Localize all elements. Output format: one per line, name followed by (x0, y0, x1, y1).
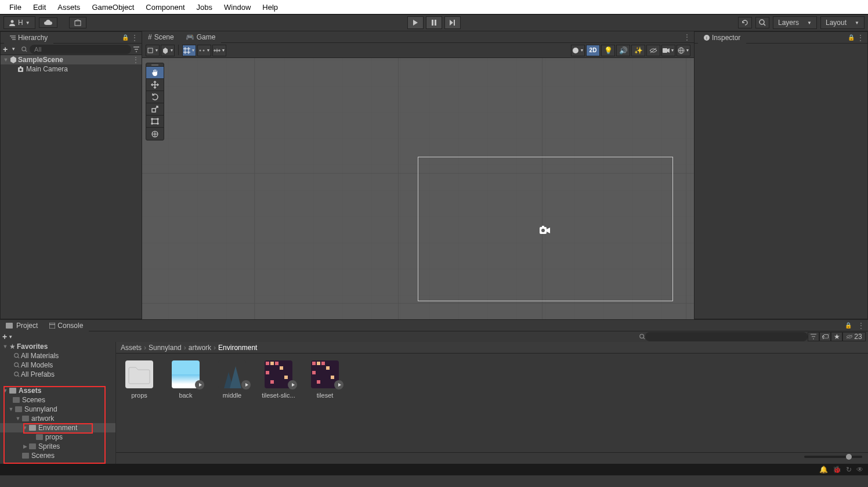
menu-gameobject[interactable]: GameObject (86, 1, 140, 14)
layers-dropdown[interactable]: Layers▼ (773, 16, 817, 29)
lock-icon[interactable]: 🔒 (122, 34, 129, 41)
camera-gizmo-icon[interactable] (540, 226, 550, 234)
breadcrumb-environment[interactable]: Environment (218, 344, 257, 352)
rect-tool[interactable] (146, 116, 164, 128)
pause-button[interactable] (426, 16, 442, 29)
folder-icon (36, 434, 43, 440)
snap-increment-button[interactable]: ▼ (197, 45, 211, 56)
sprites-folder[interactable]: ▶Sprites (0, 442, 115, 451)
menu-window[interactable]: Window (218, 1, 256, 14)
menu-component[interactable]: Component (140, 1, 190, 14)
breadcrumb-assets[interactable]: Assets (121, 344, 142, 352)
scale-tool[interactable] (146, 103, 164, 116)
props-folder[interactable]: props (0, 432, 115, 442)
debug-icon[interactable]: 🐞 (833, 466, 841, 474)
search-type-button[interactable] (808, 332, 819, 341)
shading-dropdown[interactable]: ▼ (571, 45, 585, 56)
play-button[interactable] (407, 16, 424, 29)
game-tab[interactable]: 🎮 Game (180, 31, 222, 43)
step-button[interactable] (444, 16, 461, 29)
gizmos-button[interactable]: ▼ (677, 45, 690, 56)
assets-folder[interactable]: ▼Assets (0, 386, 115, 395)
local-dropdown[interactable]: ▼ (161, 45, 175, 56)
move-tool[interactable] (146, 79, 164, 91)
lighting-button[interactable]: 💡 (601, 45, 615, 56)
scene-tab[interactable]: # Scene (142, 31, 180, 43)
play-badge-icon (288, 380, 297, 389)
panel-menu-icon[interactable]: ⋮ (857, 34, 864, 42)
project-search-input[interactable] (645, 332, 808, 341)
hide-icon[interactable]: 👁 (856, 466, 863, 474)
grid-snap-button[interactable]: ▼ (182, 45, 196, 56)
auto-refresh-icon[interactable]: ↻ (846, 466, 852, 474)
global-search-button[interactable] (755, 17, 769, 28)
camera-button[interactable]: ▼ (661, 45, 675, 56)
breadcrumb-artwork[interactable]: artwork (189, 344, 211, 352)
fx-button[interactable]: ✨ (631, 45, 645, 56)
artwork-folder[interactable]: ▼artwork (0, 414, 115, 423)
scene-viewport[interactable] (142, 58, 694, 319)
asset-tileset[interactable]: tileset (309, 360, 341, 399)
svg-line-62 (18, 357, 20, 359)
favorites-header[interactable]: ▼★ Favorites (0, 342, 115, 351)
project-tab[interactable]: Project (0, 320, 44, 331)
panel-menu-icon[interactable]: ⋮ (854, 322, 868, 330)
hierarchy-search-input[interactable] (30, 45, 131, 54)
asset-middle[interactable]: middle (216, 360, 248, 399)
layout-dropdown[interactable]: Layout▼ (820, 16, 865, 29)
svg-rect-4 (432, 20, 433, 26)
visibility-button[interactable] (646, 45, 660, 56)
panel-menu-icon[interactable]: ⋮ (680, 33, 694, 41)
asset-grid[interactable]: props back middle (116, 353, 868, 452)
menu-file[interactable]: File (3, 1, 27, 14)
asset-props[interactable]: props (123, 360, 155, 399)
more-icon[interactable]: ⋮ (132, 56, 139, 64)
save-search-button[interactable]: ★ (831, 332, 842, 341)
snap-toggle-button[interactable]: ▼ (212, 45, 226, 56)
inspector-tab[interactable]: i Inspector (698, 32, 746, 44)
lock-icon[interactable]: 🔒 (848, 34, 855, 41)
asset-tileset-sliced[interactable]: tileset-slic... (262, 360, 295, 399)
breadcrumb-sunnyland[interactable]: Sunnyland (149, 344, 182, 352)
menu-edit[interactable]: Edit (27, 1, 52, 14)
lock-icon[interactable]: 🔒 (842, 322, 854, 329)
2d-toggle-button[interactable]: 2D (586, 45, 600, 56)
search-label-button[interactable]: 🏷 (819, 332, 831, 341)
create-dropdown[interactable]: + (3, 45, 8, 54)
filter-icon[interactable] (133, 46, 139, 52)
environment-folder[interactable]: ▼Environment (0, 423, 115, 432)
favorite-all-materials[interactable]: All Materials (0, 351, 115, 360)
undo-history-button[interactable] (738, 17, 752, 28)
rotate-tool[interactable] (146, 91, 164, 103)
svg-line-56 (643, 338, 645, 340)
svg-line-13 (26, 50, 27, 52)
hierarchy-camera-item[interactable]: Main Camera (1, 64, 142, 74)
account-dropdown[interactable]: H ▼ (3, 16, 35, 29)
pivot-dropdown[interactable]: ▼ (146, 45, 160, 56)
create-dropdown[interactable]: + (2, 332, 7, 341)
image-thumbnail (172, 360, 200, 388)
menu-assets[interactable]: Assets (52, 1, 86, 14)
scenes2-folder[interactable]: Scenes (0, 451, 115, 460)
asset-back[interactable]: back (169, 360, 202, 399)
favorite-all-prefabs[interactable]: All Prefabs (0, 370, 115, 379)
menu-jobs[interactable]: Jobs (191, 1, 218, 14)
hierarchy-scene-item[interactable]: ▼ SampleScene ⋮ (1, 55, 142, 64)
thumbnail-size-slider[interactable] (804, 456, 862, 458)
console-tab[interactable]: Console (44, 320, 89, 331)
transform-tool[interactable] (146, 128, 164, 140)
favorite-all-models[interactable]: All Models (0, 360, 115, 370)
slider-thumb[interactable] (846, 454, 852, 460)
hidden-count-button[interactable]: 23 (842, 332, 866, 341)
svg-rect-18 (20, 66, 21, 67)
hierarchy-tab[interactable]: Hierarchy (4, 32, 53, 44)
hand-tool[interactable] (146, 67, 164, 79)
cloud-button[interactable] (39, 17, 57, 28)
scenes-folder[interactable]: Scenes (0, 395, 115, 405)
notifications-icon[interactable]: 🔔 (819, 466, 828, 474)
sunnyland-folder[interactable]: ▼Sunnyland (0, 405, 115, 414)
menu-help[interactable]: Help (256, 1, 284, 14)
package-manager-button[interactable] (69, 17, 86, 28)
audio-button[interactable]: 🔊 (616, 45, 630, 56)
panel-menu-icon[interactable]: ⋮ (131, 34, 138, 42)
